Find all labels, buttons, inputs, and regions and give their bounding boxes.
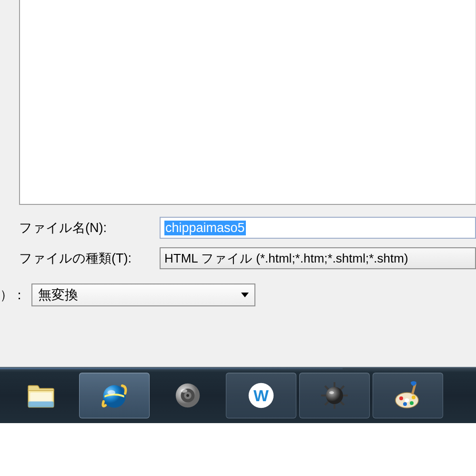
- folder-icon: [24, 379, 58, 412]
- encoding-value: 無変換: [38, 286, 78, 304]
- taskbar-item-paint[interactable]: [373, 373, 443, 418]
- taskbar-item-volume[interactable]: [152, 373, 223, 418]
- svg-point-21: [403, 402, 407, 406]
- file-list-pane[interactable]: [19, 0, 476, 205]
- svg-point-20: [399, 396, 403, 400]
- encoding-label: ）：: [0, 286, 31, 304]
- filename-selected-text: chippaimaso5: [164, 221, 246, 235]
- encoding-row: ）： 無変換: [0, 284, 476, 306]
- w-app-icon: W: [244, 379, 278, 412]
- mine-icon: [318, 379, 351, 412]
- svg-point-22: [410, 401, 414, 405]
- bottom-whitespace: [0, 423, 476, 476]
- taskbar: W: [0, 367, 476, 423]
- svg-rect-2: [28, 401, 54, 407]
- filetype-label: ファイルの種類(T):: [19, 250, 160, 267]
- chevron-down-icon: [241, 293, 249, 297]
- taskbar-item-file-explorer[interactable]: [6, 373, 76, 418]
- taskbar-item-internet-explorer[interactable]: [79, 373, 150, 418]
- internet-explorer-icon: [98, 379, 131, 412]
- filetype-dropdown[interactable]: HTML ファイル (*.html;*.htm;*.shtml;*.shtm): [160, 247, 476, 269]
- svg-text:W: W: [253, 386, 269, 405]
- filename-row: ファイル名(N): chippaimaso5: [0, 217, 476, 239]
- filetype-row: ファイルの種類(T): HTML ファイル (*.html;*.htm;*.sh…: [0, 247, 476, 269]
- svg-point-9: [181, 389, 187, 393]
- dialog-form-area: ファイル名(N): chippaimaso5 ファイルの種類(T): HTML …: [0, 217, 476, 306]
- paint-icon: [391, 379, 425, 412]
- taskbar-item-minesweeper[interactable]: [299, 373, 370, 418]
- svg-point-4: [108, 390, 116, 395]
- svg-point-19: [405, 398, 409, 402]
- save-dialog: ファイル名(N): chippaimaso5 ファイルの種類(T): HTML …: [0, 0, 476, 367]
- speaker-icon: [171, 379, 204, 412]
- filename-input[interactable]: chippaimaso5: [160, 217, 476, 239]
- taskbar-item-w-app[interactable]: W: [226, 373, 296, 418]
- svg-point-8: [186, 394, 189, 397]
- svg-point-17: [329, 391, 334, 394]
- svg-point-16: [326, 387, 343, 404]
- filetype-value: HTML ファイル (*.html;*.htm;*.shtml;*.shtm): [164, 250, 408, 267]
- svg-point-23: [412, 395, 415, 399]
- encoding-dropdown[interactable]: 無変換: [31, 284, 255, 306]
- filename-label: ファイル名(N):: [19, 219, 160, 236]
